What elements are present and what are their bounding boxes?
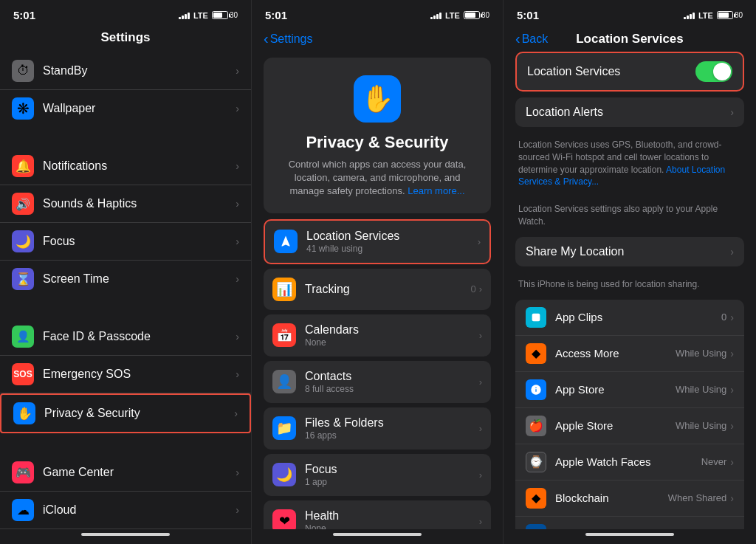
- settings-row-gamecenter[interactable]: 🎮 Game Center ›: [0, 454, 251, 492]
- settings-row-standby[interactable]: ⏱ StandBy ›: [0, 52, 251, 90]
- location-toggle[interactable]: [695, 61, 732, 82]
- focus-label: Focus: [43, 235, 236, 248]
- settings-group-2: 🔔 Notifications › 🔊 Sounds & Haptics › 🌙…: [0, 148, 251, 297]
- calendars-content: Calendars None: [305, 323, 479, 348]
- settings-group-1: ⏱ StandBy › ❋ Wallpaper ›: [0, 52, 251, 127]
- time-left: 5:01: [13, 9, 35, 21]
- home-bar-middle: [333, 533, 422, 536]
- nav-bar-middle: ‹ Settings: [252, 24, 503, 52]
- share-description: This iPhone is being used for location s…: [515, 272, 744, 297]
- settings-row-icloud[interactable]: ☁ iCloud ›: [0, 492, 251, 529]
- icloud-chevron: ›: [236, 504, 239, 516]
- privacy-row-files[interactable]: 📁 Files & Folders 16 apps ›: [264, 407, 491, 450]
- alerts-row[interactable]: Location Alerts ›: [515, 97, 744, 127]
- alerts-chevron: ›: [730, 106, 734, 118]
- settings-group-3: 👤 Face ID & Passcode › SOS Emergency SOS…: [0, 318, 251, 433]
- app-row-blockchain[interactable]: ◆ Blockchain When Shared ›: [515, 481, 744, 517]
- lte-left: LTE: [193, 11, 208, 20]
- gamecenter-icon: 🎮: [12, 461, 34, 483]
- health-content: Health None: [305, 509, 479, 529]
- settings-row-focus[interactable]: 🌙 Focus ›: [0, 223, 251, 261]
- appclips-label: App Clips: [555, 311, 721, 323]
- appstore-icon: [526, 379, 546, 400]
- privacy-label: Privacy & Security: [44, 407, 234, 420]
- lte-right: LTE: [698, 11, 713, 20]
- calendars-title: Calendars: [305, 323, 479, 337]
- gamecenter-label: Game Center: [43, 466, 236, 479]
- files-subtitle: 16 apps: [305, 430, 479, 441]
- settings-row-notifications[interactable]: 🔔 Notifications ›: [0, 148, 251, 185]
- toggle-row[interactable]: Location Services: [517, 53, 743, 90]
- nav-bar-right: ‹ Back Location Services: [504, 24, 756, 52]
- settings-row-faceid[interactable]: 👤 Face ID & Passcode ›: [0, 318, 251, 356]
- share-section: Share My Location ›: [515, 237, 744, 266]
- faceid-label: Face ID & Passcode: [43, 330, 236, 343]
- share-row[interactable]: Share My Location ›: [515, 237, 744, 266]
- sounds-chevron: ›: [236, 198, 239, 210]
- app-row-appstore[interactable]: App Store While Using ›: [515, 372, 744, 408]
- hero-description: Control which apps can access your data,…: [278, 158, 476, 199]
- sounds-icon: 🔊: [12, 193, 34, 215]
- applewatchfaces-icon: ⌚: [526, 452, 546, 472]
- applestore-value: While Using: [676, 420, 726, 431]
- settings-list: ⏱ StandBy › ❋ Wallpaper › 🔔 Notification…: [0, 52, 251, 529]
- focus2-chevron: ›: [479, 469, 482, 481]
- app-row-accessmore[interactable]: ◆ Access More While Using ›: [515, 336, 744, 372]
- middle-panel: 5:01 LTE 80 ‹ Settings ✋ Privacy & Secur…: [252, 0, 504, 544]
- health-subtitle: None: [305, 523, 479, 529]
- apps-section: App Clips 0 › ◆ Access More While Using …: [515, 300, 744, 529]
- nav-back-label-middle: Settings: [270, 32, 313, 46]
- nav-back-label-right: Back: [522, 32, 549, 46]
- battery-right: 80: [717, 11, 743, 19]
- status-icons-middle: LTE 80: [430, 11, 489, 20]
- sos-chevron: ›: [236, 368, 239, 380]
- privacy-row-calendars[interactable]: 📅 Calendars None ›: [264, 314, 491, 357]
- location-services-content: Location Services 41 while using: [306, 230, 478, 254]
- focus2-title: Focus: [305, 463, 479, 476]
- location-description2: Location Services settings also apply to…: [515, 197, 744, 234]
- toggle-knob: [713, 63, 731, 80]
- share-label: Share My Location: [526, 245, 730, 258]
- app-row-applestore[interactable]: 🍎 Apple Store While Using ›: [515, 408, 744, 444]
- files-content: Files & Folders 16 apps: [305, 416, 479, 441]
- hero-title: Privacy & Security: [306, 133, 448, 152]
- settings-row-privacy[interactable]: ✋ Privacy & Security ›: [0, 393, 251, 433]
- appstore-chevron: ›: [730, 384, 734, 396]
- privacy-row-contacts[interactable]: 👤 Contacts 8 full access ›: [264, 361, 491, 403]
- battery-pct-middle: 80: [481, 11, 489, 19]
- privacy-row-health[interactable]: ❤ Health None ›: [264, 500, 491, 529]
- learn-more-link[interactable]: Learn more...: [408, 185, 464, 196]
- left-panel: 5:01 LTE 30 Settings ⏱ StandBy ›: [0, 0, 252, 544]
- divider-3: [0, 433, 251, 454]
- settings-row-sounds[interactable]: 🔊 Sounds & Haptics ›: [0, 185, 251, 223]
- focus2-icon: 🌙: [272, 463, 296, 486]
- screentime-icon: ⌛: [12, 268, 34, 290]
- location-services-icon: [274, 230, 298, 253]
- nav-back-middle[interactable]: ‹ Settings: [264, 30, 312, 47]
- settings-header: Settings: [0, 24, 251, 52]
- right-panel: 5:01 LTE 80 ‹ Back Location Services: [504, 0, 756, 544]
- tracking-title: Tracking: [305, 283, 470, 296]
- app-row-britishairways[interactable]: ✈ British Airways While Using ›: [515, 517, 744, 529]
- nav-back-right[interactable]: ‹ Back: [515, 30, 560, 47]
- privacy-row-tracking[interactable]: 📊 Tracking 0 ›: [264, 269, 491, 310]
- app-row-applewatchfaces[interactable]: ⌚ Apple Watch Faces Never ›: [515, 444, 744, 481]
- settings-row-sos[interactable]: SOS Emergency SOS ›: [0, 356, 251, 393]
- back-chevron-right: ‹: [515, 30, 520, 47]
- signal-left: [179, 11, 190, 19]
- privacy-row-focus[interactable]: 🌙 Focus 1 app ›: [264, 454, 491, 496]
- location-services-chevron: ›: [478, 236, 481, 247]
- app-row-appclips[interactable]: App Clips 0 ›: [515, 300, 744, 336]
- applewatchfaces-value: Never: [701, 456, 727, 467]
- contacts-icon: 👤: [272, 370, 296, 393]
- battery-pct-right: 80: [735, 11, 743, 19]
- appclips-icon: [526, 307, 546, 328]
- focus2-subtitle: 1 app: [305, 477, 479, 487]
- privacy-row-location[interactable]: Location Services 41 while using ›: [264, 219, 491, 264]
- settings-row-screentime[interactable]: ⌛ Screen Time ›: [0, 261, 251, 297]
- accessmore-chevron: ›: [730, 348, 734, 359]
- toggle-section: Location Services: [515, 52, 744, 92]
- blockchain-label: Blockchain: [555, 492, 668, 504]
- status-icons-left: LTE 30: [179, 11, 238, 20]
- settings-row-wallpaper[interactable]: ❋ Wallpaper ›: [0, 90, 251, 127]
